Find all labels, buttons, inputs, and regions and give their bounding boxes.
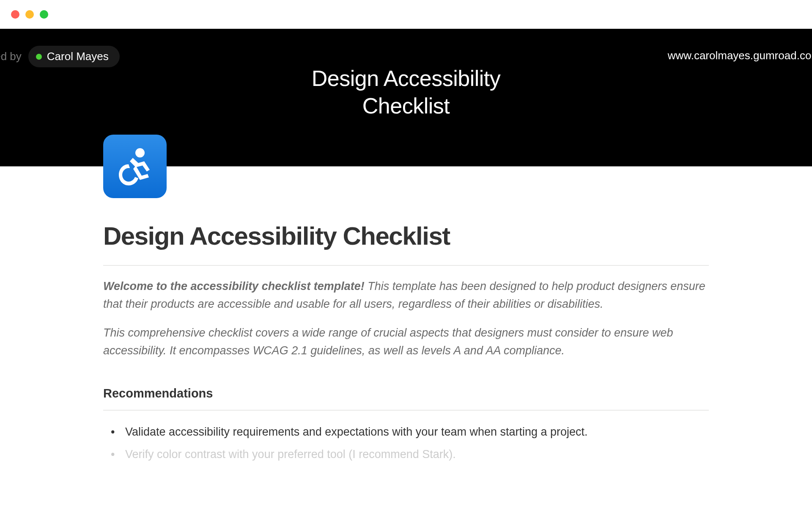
recommendations-list: Validate accessibility requirements and … [103, 422, 709, 464]
page-icon[interactable] [103, 135, 167, 198]
close-window-button[interactable] [11, 10, 19, 19]
website-url[interactable]: www.carolmayes.gumroad.com [668, 49, 812, 62]
accessibility-icon [114, 145, 156, 188]
recommendations-heading: Recommendations [103, 387, 709, 400]
minimize-window-button[interactable] [25, 10, 34, 19]
list-item: Verify color contrast with your preferre… [107, 444, 709, 465]
creator-name: Carol Mayes [47, 50, 109, 63]
creator-row: ted by Carol Mayes [0, 46, 120, 67]
intro-paragraph-1: Welcome to the accessibility checklist t… [103, 278, 709, 313]
hero-title-line2: Checklist [0, 92, 812, 120]
intro-paragraph-2: This comprehensive checklist covers a wi… [103, 324, 709, 360]
svg-point-0 [135, 148, 145, 157]
creator-pill[interactable]: Carol Mayes [28, 46, 120, 67]
content-area: Design Accessibility Checklist Welcome t… [0, 166, 812, 465]
page-title: Design Accessibility Checklist [103, 221, 709, 251]
divider [103, 265, 709, 266]
hero-title: Design Accessibility Checklist [0, 29, 812, 120]
hero-title-line1: Design Accessibility [0, 65, 812, 92]
divider [103, 410, 709, 411]
list-item: Validate accessibility requirements and … [107, 422, 709, 442]
maximize-window-button[interactable] [40, 10, 48, 19]
created-by-label: ted by [0, 50, 22, 63]
status-online-icon [36, 54, 42, 60]
window-chrome [0, 0, 812, 29]
intro-bold: Welcome to the accessibility checklist t… [103, 280, 365, 293]
